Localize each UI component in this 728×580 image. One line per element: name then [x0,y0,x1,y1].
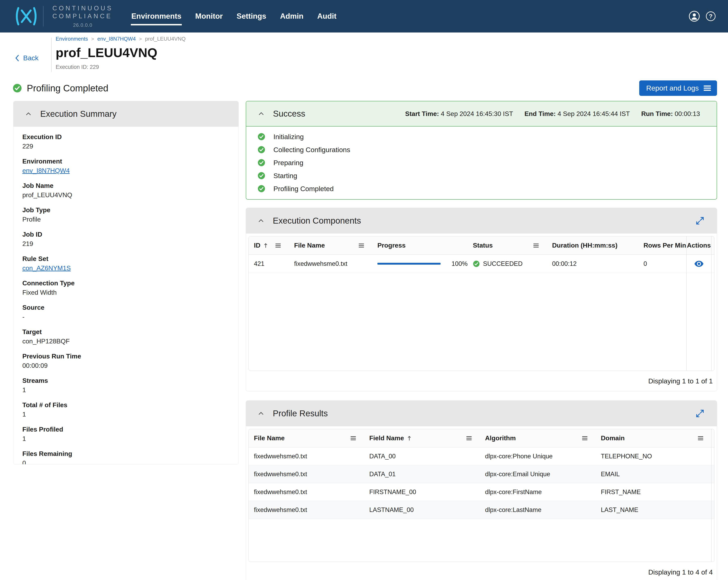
field-value: 1 [22,386,230,394]
step-initializing: Initializing [246,130,717,143]
field-label: Streams [22,377,230,385]
column-header-file-name[interactable]: File Name [249,429,364,447]
page-title: prof_LEUU4VNQ [56,45,186,60]
brand-block: CONTINUOUS COMPLIANCE 26.0.0.0 [52,4,113,28]
cell-algorithm: dlpx-core:LastName [480,501,596,519]
start-time: Start Time: 4 Sep 2024 16:45:30 IST [405,110,513,117]
column-menu-icon[interactable] [698,436,703,441]
field-streams: Streams 1 [22,377,230,394]
field-label: Job Name [22,182,230,189]
step-label: Initializing [274,133,304,141]
nav-item-settings[interactable]: Settings [236,10,267,23]
cell-domain: FIRST_NAME [596,483,711,501]
field-files-remaining: Files Remaining 0 [22,450,230,465]
status-text: Profiling Completed [27,83,108,94]
collapse-execution-components-button[interactable] [257,218,265,223]
nav-item-admin[interactable]: Admin [280,10,304,23]
profile-header-row: File Name Field Name Algorithm [249,429,714,447]
main-nav: Environments Monitor Settings Admin Audi… [131,10,337,23]
column-header-file-name[interactable]: File Name [289,236,372,255]
topbar-right: ? [688,10,716,22]
column-menu-icon[interactable] [350,436,356,441]
field-label: Total # of Files [22,401,230,409]
column-header-actions: Actions [686,236,711,255]
user-account-icon[interactable] [688,10,700,22]
expand-execution-components-button[interactable] [695,215,705,226]
success-steps: Initializing Collecting Configurations P… [246,127,717,199]
brand-text: CONTINUOUS COMPLIANCE [52,4,113,20]
rule-set-link[interactable]: con_AZ6NYM1S [22,264,71,272]
execution-components-grid: ID File Name Progress Status [249,236,714,371]
collapse-execution-summary-button[interactable] [25,111,32,116]
cell-file-name: fixedwwehsme0.txt [249,501,364,519]
help-icon[interactable]: ? [706,11,716,21]
components-footer: Displaying 1 to 1 of 1 [246,371,717,391]
cell-progress: 100% [372,255,468,273]
column-header-domain[interactable]: Domain [596,429,711,447]
profile-results-grid: File Name Field Name Algorithm [249,429,714,562]
column-menu-icon[interactable] [276,243,281,248]
cell-actions [686,255,711,273]
step-label: Preparing [274,159,303,167]
column-header-duration[interactable]: Duration (HH:mm:ss) [547,236,638,255]
field-job-name: Job Name prof_LEUU4VNQ [22,182,230,199]
job-status: Profiling Completed [12,83,108,94]
step-label: Collecting Configurations [274,146,350,154]
column-header-id[interactable]: ID [249,236,289,255]
collapse-success-button[interactable] [258,111,265,116]
profile-row: fixedwwehsme0.txt DATA_00 dlpx-core:Phon… [249,447,714,465]
breadcrumb-separator-icon: > [91,36,94,42]
field-value: Fixed Width [22,289,230,296]
check-circle-icon [258,172,265,180]
field-source: Source - [22,304,230,321]
brand-divider [43,6,44,26]
field-environment: Environment env_I8N7HQW4 [22,158,230,175]
column-header-algorithm[interactable]: Algorithm [480,429,596,447]
field-label: Files Profiled [22,426,230,433]
column-header-rows-per-min[interactable]: Rows Per Min [638,236,686,255]
cell-file-name: fixedwwehsme0.txt [289,255,372,273]
svg-text:?: ? [709,13,712,20]
breadcrumb-environment[interactable]: env_I8N7HQW4 [97,36,136,42]
start-time-label: Start Time: [405,110,439,117]
cell-domain: LAST_NAME [596,501,711,519]
cell-rows-per-min: 0 [638,255,686,273]
back-button[interactable]: Back [15,54,51,62]
column-header-field-name[interactable]: Field Name [364,429,480,447]
collapse-profile-results-button[interactable] [257,411,265,416]
column-menu-icon[interactable] [582,436,588,441]
step-starting: Starting [246,169,717,182]
expand-icon [695,216,705,226]
cell-algorithm: dlpx-core:Phone Unique [480,447,596,465]
success-panel: Success Start Time: 4 Sep 2024 16:45:30 … [246,101,717,200]
field-job-type: Job Type Profile [22,206,230,223]
report-and-logs-button[interactable]: Report and Logs [639,80,717,96]
sort-asc-icon [263,243,268,248]
components-header-row: ID File Name Progress Status [249,236,714,255]
brand-line2: COMPLIANCE [52,12,113,20]
column-header-status[interactable]: Status [468,236,547,255]
run-time: Run Time: 00:00:13 [641,110,700,117]
cell-id: 421 [249,255,289,273]
column-header-progress[interactable]: Progress [372,236,468,255]
field-label: Job Type [22,206,230,214]
end-time-value: 4 Sep 2024 16:45:44 IST [557,110,630,117]
field-job-id: Job ID 219 [22,231,230,247]
field-label: Job ID [22,231,230,238]
field-value: 1 [22,411,230,418]
column-menu-icon[interactable] [534,243,539,248]
nav-item-audit[interactable]: Audit [317,10,337,23]
execution-components-header: Execution Components [246,208,717,234]
app-version: 26.0.0.0 [52,22,113,28]
nav-item-monitor[interactable]: Monitor [195,10,223,23]
expand-profile-results-button[interactable] [695,408,705,419]
view-details-button[interactable] [694,260,704,268]
column-menu-icon[interactable] [359,243,364,248]
column-label: File Name [294,242,325,249]
breadcrumb-environments[interactable]: Environments [56,36,88,42]
column-menu-icon[interactable] [466,436,472,441]
nav-item-environments[interactable]: Environments [131,10,182,23]
check-circle-icon [473,260,480,267]
column-label: Rows Per Min [644,242,686,249]
environment-link[interactable]: env_I8N7HQW4 [22,167,70,174]
